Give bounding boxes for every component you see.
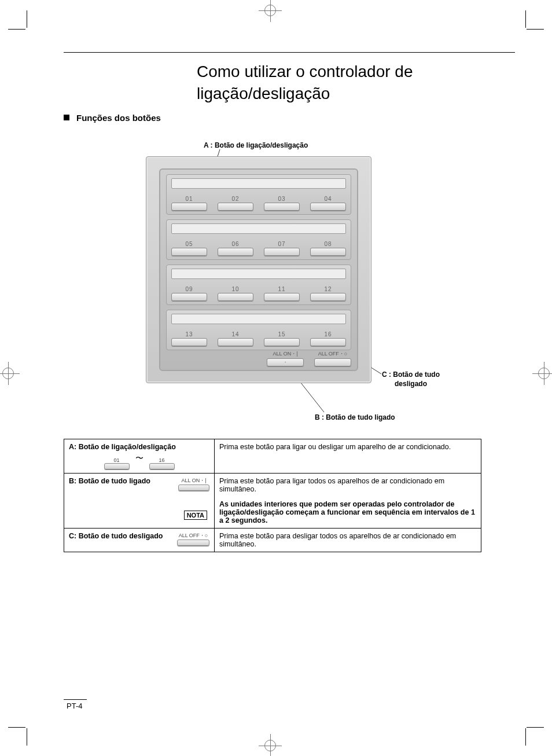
all-on-label: ALL ON・| xyxy=(267,350,304,358)
zone-button-15[interactable]: 15 xyxy=(264,331,300,346)
row-c-desc: Prima este botão para desligar todos os … xyxy=(215,529,481,552)
table-row-b: B: Botão de tudo ligado ALL ON・| NOTA Pr… xyxy=(64,473,481,528)
mini-button-label: ALL OFF・○ xyxy=(177,532,209,540)
row-b-label: B: Botão de tudo ligado xyxy=(69,477,150,485)
zone-button-label: 03 xyxy=(264,196,300,202)
page-rule xyxy=(64,52,515,53)
all-off-label: ALL OFF・○ xyxy=(314,350,351,358)
lcd-display xyxy=(171,269,346,279)
panel-group-3: 09 10 11 12 xyxy=(166,265,351,305)
all-on-button[interactable]: ALL ON・| · xyxy=(267,350,304,366)
svg-line-1 xyxy=(370,367,381,374)
zone-button-10[interactable]: 10 xyxy=(218,286,253,301)
bullet-square-icon xyxy=(64,115,69,120)
lcd-display xyxy=(171,314,346,324)
table-row-c: C: Botão de tudo desligado ALL OFF・○ Pri… xyxy=(64,528,481,552)
row-c-label: C: Botão de tudo desligado xyxy=(69,532,163,540)
controller-panel: 01 02 03 04 05 06 07 08 09 10 11 12 xyxy=(146,156,371,383)
zone-button-label: 11 xyxy=(264,286,300,292)
panel-group-1: 01 02 03 04 xyxy=(166,174,351,215)
section-heading: Funções dos botões xyxy=(64,113,161,123)
controller-panel-inner: 01 02 03 04 05 06 07 08 09 10 11 12 xyxy=(159,168,358,371)
zone-button-01[interactable]: 01 xyxy=(171,196,207,211)
page-number: PT-4 xyxy=(67,702,82,710)
zone-button-label: 01 xyxy=(171,196,207,202)
zone-button-11[interactable]: 11 xyxy=(264,286,300,301)
callout-a-label: A : Botão de ligação/desligação xyxy=(204,141,308,149)
zone-button-label: 13 xyxy=(171,331,207,337)
callout-c-label: C : Botão de tudo desligado xyxy=(382,370,440,388)
zone-button-label: 14 xyxy=(218,331,253,337)
tilde-icon: 〜 xyxy=(132,453,147,469)
row-a-desc: Prima este botão para ligar ou desligar … xyxy=(215,439,481,473)
callout-c-line2: desligado xyxy=(382,380,427,388)
section-heading-text: Funções dos botões xyxy=(76,113,161,123)
function-table: A: Botão de ligação/desligação 01 〜 16 P… xyxy=(64,439,481,552)
row-b-desc: Prima este botão para ligar todos os apa… xyxy=(219,477,476,493)
zone-button-16[interactable]: 16 xyxy=(310,331,346,346)
table-row-a: A: Botão de ligação/desligação 01 〜 16 P… xyxy=(64,439,481,473)
page-title: Como utilizar o controlador de ligação/d… xyxy=(197,61,413,105)
callout-b-label: B : Botão de tudo ligado xyxy=(315,413,395,421)
panel-group-4: 13 14 15 16 xyxy=(166,310,351,350)
zone-button-02[interactable]: 02 xyxy=(218,196,253,211)
zone-button-05[interactable]: 05 xyxy=(171,241,207,256)
panel-group-2: 05 06 07 08 xyxy=(166,219,351,260)
zone-button-label: 05 xyxy=(171,241,207,247)
zone-button-03[interactable]: 03 xyxy=(264,196,300,211)
zone-button-07[interactable]: 07 xyxy=(264,241,300,256)
mini-button-all-off: ALL OFF・○ xyxy=(177,532,209,546)
zone-button-08[interactable]: 08 xyxy=(310,241,346,256)
led-on-icon: · xyxy=(285,360,286,365)
title-line1: Como utilizar o controlador de xyxy=(197,63,413,80)
row-b-note: As unidades interiores que podem ser ope… xyxy=(219,500,475,524)
row-a-label: A: Botão de ligação/desligação xyxy=(69,443,209,451)
mini-button-label: 01 xyxy=(104,457,130,463)
mini-button-16: 16 xyxy=(149,457,175,469)
mini-button-01: 01 xyxy=(104,457,130,469)
zone-button-label: 09 xyxy=(171,286,207,292)
mini-button-all-on: ALL ON・| xyxy=(178,477,209,491)
zone-button-label: 10 xyxy=(218,286,253,292)
zone-button-label: 08 xyxy=(310,241,346,247)
mini-button-label: 16 xyxy=(149,457,175,463)
title-line2: ligação/desligação xyxy=(197,85,330,102)
nota-badge: NOTA xyxy=(184,511,207,520)
zone-button-06[interactable]: 06 xyxy=(218,241,253,256)
zone-button-label: 15 xyxy=(264,331,300,337)
lcd-display xyxy=(171,178,346,189)
callout-c-line1: C : Botão de tudo xyxy=(382,370,440,379)
zone-button-label: 06 xyxy=(218,241,253,247)
zone-button-13[interactable]: 13 xyxy=(171,331,207,346)
lcd-display xyxy=(171,223,346,234)
zone-button-label: 07 xyxy=(264,241,300,247)
zone-button-label: 04 xyxy=(310,196,346,202)
zone-button-14[interactable]: 14 xyxy=(218,331,253,346)
zone-button-12[interactable]: 12 xyxy=(310,286,346,301)
zone-button-label: 16 xyxy=(310,331,346,337)
zone-button-04[interactable]: 04 xyxy=(310,196,346,211)
page-rule-footer xyxy=(64,699,87,700)
mini-button-label: ALL ON・| xyxy=(178,477,209,485)
zone-button-09[interactable]: 09 xyxy=(171,286,207,301)
all-off-button[interactable]: ALL OFF・○ xyxy=(314,350,351,366)
zone-button-label: 12 xyxy=(310,286,346,292)
zone-button-label: 02 xyxy=(218,196,253,202)
